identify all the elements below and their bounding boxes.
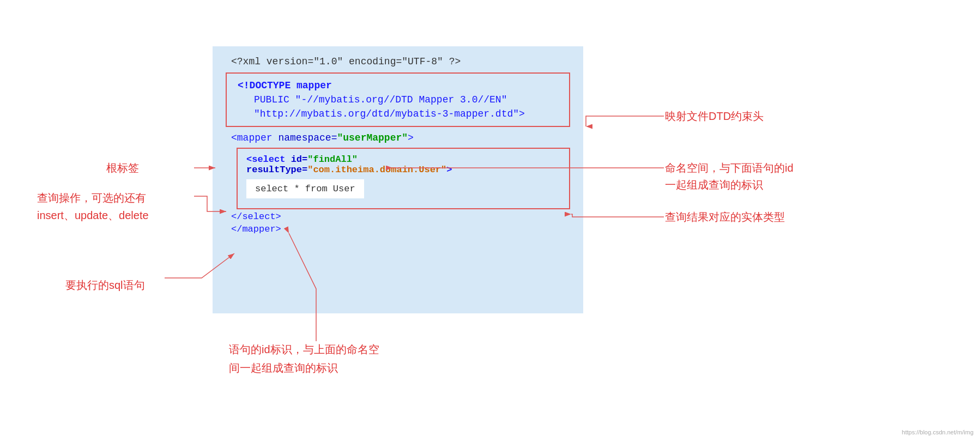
query-op-label2: insert、update、delete bbox=[37, 208, 149, 223]
namespace-value: "userMapper" bbox=[337, 132, 408, 143]
doctype-line1: <!DOCTYPE mapper bbox=[238, 80, 558, 91]
select-tag-end: > bbox=[446, 165, 452, 175]
namespace-label: 命名空间，与下面语句的id bbox=[665, 161, 794, 175]
id-attr: id= bbox=[291, 154, 308, 165]
resulttype-value: "com.itheima.domain.User" bbox=[307, 165, 446, 175]
result-type-label: 查询结果对应的实体类型 bbox=[665, 210, 785, 225]
mapper-line: <mapper namespace="userMapper"> bbox=[226, 132, 570, 143]
select-tag-line: <select id="findAll" resultType="com.ith… bbox=[246, 154, 560, 175]
select-tag-open: <select bbox=[246, 154, 291, 165]
close-select-tag: </select> bbox=[226, 211, 570, 222]
id-label: 语句的id标识，与上面的命名空 bbox=[229, 342, 379, 357]
doctype-line2: PUBLIC "-//mybatis.org//DTD Mapper 3.0//… bbox=[238, 94, 558, 105]
xml-declaration: <?xml version="1.0" encoding="UTF-8" ?> bbox=[226, 56, 570, 67]
id-value: "findAll" bbox=[307, 154, 358, 165]
doctype-box: <!DOCTYPE mapper PUBLIC "-//mybatis.org/… bbox=[226, 72, 570, 127]
query-op-label: 查询操作，可选的还有 bbox=[37, 191, 146, 205]
mapper-tag-close: > bbox=[408, 132, 414, 143]
close-mapper-tag: </mapper> bbox=[226, 224, 570, 234]
code-container: <?xml version="1.0" encoding="UTF-8" ?> … bbox=[213, 46, 583, 313]
id-label2: 间一起组成查询的标识 bbox=[229, 361, 338, 376]
namespace-label2: 一起组成查询的标识 bbox=[665, 178, 763, 192]
sql-stmt-label: 要执行的sql语句 bbox=[65, 278, 145, 293]
mapper-tag-open: <mapper bbox=[231, 132, 278, 143]
root-tag-label: 根标签 bbox=[106, 161, 139, 175]
select-box: <select id="findAll" resultType="com.ith… bbox=[237, 148, 570, 209]
watermark: https://blog.csdn.net/m/img bbox=[902, 429, 973, 435]
dtd-header-label: 映射文件DTD约束头 bbox=[665, 109, 764, 124]
resulttype-attr: resultType= bbox=[246, 165, 307, 175]
namespace-attr: namespace= bbox=[278, 132, 337, 143]
sql-statement-box: select * from User bbox=[246, 179, 364, 198]
sql-text: select * from User bbox=[255, 184, 355, 194]
doctype-line3: "http://mybatis.org/dtd/mybatis-3-mapper… bbox=[238, 108, 558, 119]
